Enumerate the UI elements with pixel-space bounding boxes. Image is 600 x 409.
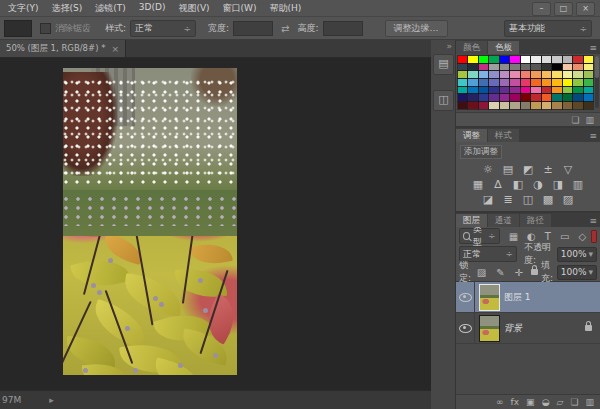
- color-swatch[interactable]: [510, 79, 519, 86]
- layer-filter-toggle[interactable]: [591, 230, 597, 243]
- swap-dimensions-icon[interactable]: ⇄: [281, 23, 289, 34]
- collapsed-panel-icon-1[interactable]: ▤: [433, 54, 454, 75]
- lock-transparent-pixels-icon[interactable]: ▨: [477, 267, 486, 278]
- color-swatch[interactable]: [584, 79, 593, 86]
- color-swatch[interactable]: [489, 102, 498, 109]
- color-swatch[interactable]: [563, 56, 572, 63]
- color-swatch[interactable]: [458, 79, 467, 86]
- color-swatch[interactable]: [563, 71, 572, 78]
- color-swatch[interactable]: [542, 87, 551, 94]
- tab-paths[interactable]: 路径: [520, 214, 551, 227]
- new-swatch-button[interactable]: ❏: [571, 115, 579, 125]
- color-swatch[interactable]: [552, 64, 561, 71]
- vibrance-icon[interactable]: ▽: [561, 163, 575, 176]
- color-swatch[interactable]: [573, 87, 582, 94]
- document-tab[interactable]: 50% (图层 1, RGB/8#) * ×: [0, 40, 126, 57]
- color-swatch[interactable]: [489, 87, 498, 94]
- color-swatch[interactable]: [573, 94, 582, 101]
- tab-channels[interactable]: 通道: [488, 214, 519, 227]
- color-balance-icon[interactable]: ∆: [491, 178, 505, 191]
- color-swatch[interactable]: [468, 79, 477, 86]
- menu-item[interactable]: 选择(S): [52, 2, 83, 15]
- color-swatch[interactable]: [573, 102, 582, 109]
- black-white-icon[interactable]: ◧: [511, 178, 525, 191]
- color-swatch[interactable]: [468, 87, 477, 94]
- levels-icon[interactable]: ▤: [501, 163, 515, 176]
- color-swatch[interactable]: [531, 94, 540, 101]
- color-swatch[interactable]: [521, 79, 530, 86]
- color-swatch[interactable]: [510, 94, 519, 101]
- color-swatch[interactable]: [468, 71, 477, 78]
- tool-preset-picker[interactable]: [4, 20, 32, 37]
- tab-layers[interactable]: 图层: [456, 214, 487, 227]
- color-swatch[interactable]: [552, 102, 561, 109]
- color-swatch[interactable]: [479, 79, 488, 86]
- color-swatch[interactable]: [468, 102, 477, 109]
- color-swatch[interactable]: [510, 64, 519, 71]
- color-swatch[interactable]: [468, 94, 477, 101]
- color-swatch[interactable]: [584, 94, 593, 101]
- color-swatch[interactable]: [521, 94, 530, 101]
- color-swatch[interactable]: [584, 87, 593, 94]
- brightness-contrast-icon[interactable]: ☼: [481, 163, 495, 176]
- new-adjustment-layer-button[interactable]: ◒: [542, 397, 550, 407]
- color-swatch[interactable]: [563, 79, 572, 86]
- new-group-button[interactable]: ▱: [556, 397, 563, 407]
- color-swatch[interactable]: [458, 87, 467, 94]
- color-swatch[interactable]: [573, 79, 582, 86]
- color-swatch[interactable]: [573, 71, 582, 78]
- layer-visibility-toggle[interactable]: [456, 282, 475, 312]
- panel-menu-icon[interactable]: ≡: [589, 216, 597, 226]
- posterize-icon[interactable]: ≣: [501, 193, 515, 206]
- lock-image-pixels-icon[interactable]: ✎: [496, 267, 504, 278]
- opacity-field[interactable]: 100% ▾: [557, 247, 597, 262]
- filter-type-layers-icon[interactable]: T: [545, 231, 551, 242]
- add-layer-mask-button[interactable]: ▣: [526, 397, 535, 407]
- style-select[interactable]: 正常 ÷: [130, 20, 196, 37]
- color-swatch[interactable]: [521, 71, 530, 78]
- threshold-icon[interactable]: ◫: [521, 193, 535, 206]
- swatches-scrollbar[interactable]: [595, 56, 599, 108]
- lock-position-icon[interactable]: ✛: [515, 267, 523, 278]
- minimize-button[interactable]: –: [532, 2, 551, 16]
- new-layer-button[interactable]: ❏: [570, 397, 578, 407]
- layer-row[interactable]: 图层 1: [456, 282, 600, 313]
- color-swatch[interactable]: [563, 64, 572, 71]
- color-swatch[interactable]: [510, 87, 519, 94]
- fill-field[interactable]: 100% ▾: [557, 265, 597, 280]
- canvas-photo[interactable]: [63, 68, 237, 375]
- layer-row[interactable]: 背景: [456, 313, 600, 344]
- color-swatch[interactable]: [531, 64, 540, 71]
- color-swatch[interactable]: [458, 102, 467, 109]
- color-swatch[interactable]: [479, 94, 488, 101]
- color-swatch[interactable]: [531, 79, 540, 86]
- maximize-button[interactable]: □: [554, 2, 573, 16]
- delete-layer-button[interactable]: ▥: [585, 397, 594, 407]
- color-swatch[interactable]: [479, 87, 488, 94]
- menu-item[interactable]: 文字(Y): [8, 2, 39, 15]
- panel-menu-icon[interactable]: ≡: [589, 131, 597, 141]
- color-swatch[interactable]: [573, 64, 582, 71]
- color-swatch[interactable]: [489, 71, 498, 78]
- color-swatch[interactable]: [584, 102, 593, 109]
- menu-item[interactable]: 视图(V): [178, 2, 209, 15]
- color-swatch[interactable]: [489, 94, 498, 101]
- color-swatch[interactable]: [563, 87, 572, 94]
- color-swatch[interactable]: [500, 87, 509, 94]
- color-swatch[interactable]: [500, 79, 509, 86]
- link-layers-button[interactable]: ∞: [496, 397, 504, 407]
- color-swatch[interactable]: [563, 102, 572, 109]
- color-swatch[interactable]: [531, 56, 540, 63]
- invert-icon[interactable]: ◪: [481, 193, 495, 206]
- color-swatch[interactable]: [458, 64, 467, 71]
- color-swatch[interactable]: [500, 94, 509, 101]
- color-swatch[interactable]: [500, 71, 509, 78]
- tab-styles[interactable]: 样式: [488, 129, 519, 142]
- curves-icon[interactable]: ◩: [521, 163, 535, 176]
- height-input[interactable]: [323, 21, 363, 36]
- color-swatch[interactable]: [563, 94, 572, 101]
- menu-item[interactable]: 滤镜(T): [95, 2, 126, 15]
- color-swatch[interactable]: [542, 56, 551, 63]
- close-icon[interactable]: ×: [111, 44, 119, 54]
- color-swatch[interactable]: [584, 56, 593, 63]
